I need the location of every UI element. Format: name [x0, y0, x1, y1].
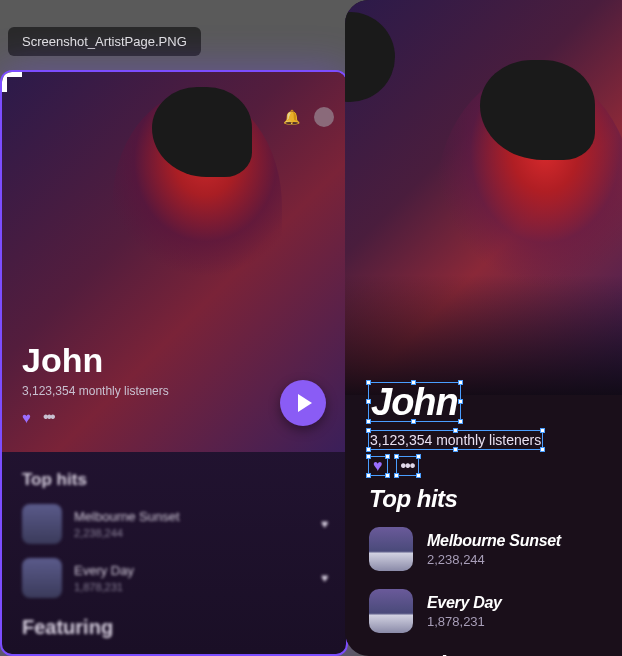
- album-art: [369, 589, 413, 633]
- design-canvas-right: John 3,123,354 monthly listeners ♥ •••: [345, 0, 622, 656]
- more-icon[interactable]: •••: [397, 455, 419, 476]
- album-art: [369, 527, 413, 571]
- featuring-heading: Featuring: [369, 651, 598, 656]
- track-name: Every Day: [74, 563, 326, 578]
- heart-icon[interactable]: ♥: [22, 409, 31, 426]
- featuring-heading: Featuring: [22, 616, 326, 639]
- track-heart-icon[interactable]: ♥: [321, 517, 328, 531]
- artist-hero-image: 🔔 John 3,123,354 monthly listeners ♥ •••: [2, 72, 346, 452]
- album-art: [22, 558, 62, 598]
- crop-corner: [2, 72, 22, 92]
- track-plays: 2,238,244: [427, 552, 561, 567]
- artist-name: John: [22, 341, 326, 380]
- avatar[interactable]: [314, 107, 334, 127]
- selection-box[interactable]: John: [369, 383, 460, 421]
- track-row[interactable]: Melbourne Sunset 2,238,244 ♥: [22, 504, 326, 544]
- album-art: [22, 504, 62, 544]
- top-hits-heading: Top hits: [369, 485, 598, 513]
- track-plays: 1,878,231: [427, 614, 502, 629]
- track-name: Melbourne Sunset: [427, 532, 561, 550]
- track-row[interactable]: Melbourne Sunset 2,238,244: [369, 527, 598, 571]
- top-hits-heading: Top hits: [22, 470, 326, 490]
- bell-icon[interactable]: 🔔: [283, 109, 300, 125]
- track-plays: 2,238,244: [74, 527, 326, 539]
- play-button[interactable]: [280, 380, 326, 426]
- track-name: Melbourne Sunset: [74, 509, 326, 524]
- track-heart-icon[interactable]: ♥: [321, 571, 328, 585]
- track-row[interactable]: Every Day 1,878,231: [369, 589, 598, 633]
- track-plays: 1,878,231: [74, 581, 326, 593]
- track-name: Every Day: [427, 594, 502, 612]
- artist-name[interactable]: John: [369, 381, 460, 423]
- selection-box[interactable]: ♥: [369, 457, 387, 475]
- track-row[interactable]: Every Day 1,878,231 ♥: [22, 558, 326, 598]
- selection-box[interactable]: 3,123,354 monthly listeners: [369, 431, 542, 449]
- artist-hero-image: John 3,123,354 monthly listeners ♥ •••: [345, 0, 622, 395]
- screenshot-preview-left: 🔔 John 3,123,354 monthly listeners ♥ •••…: [0, 70, 348, 656]
- selection-box[interactable]: •••: [397, 457, 419, 475]
- more-icon[interactable]: •••: [43, 408, 54, 426]
- file-name-label: Screenshot_ArtistPage.PNG: [8, 27, 201, 56]
